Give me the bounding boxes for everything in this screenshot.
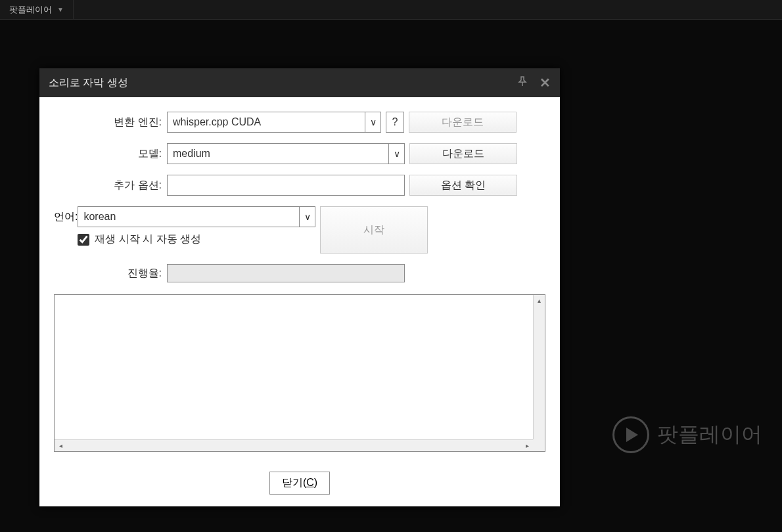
progress-bar <box>167 264 405 282</box>
progress-label: 진행율: <box>54 267 167 280</box>
model-label: 모델: <box>54 147 167 161</box>
dialog-body: 변환 엔진: whisper.cpp CUDA ∨ ? 다운로드 모델: med… <box>39 97 560 462</box>
subtitle-generate-dialog: 소리로 자막 생성 ✕ 변환 엔진: whisper.cpp CUDA ∨ ? … <box>39 68 560 506</box>
engine-value: whisper.cpp CUDA <box>168 112 365 132</box>
model-dropdown-icon[interactable]: ∨ <box>388 144 404 164</box>
watermark-text: 팟플레이어 <box>657 420 762 449</box>
model-value: medium <box>168 144 388 164</box>
play-icon <box>612 416 649 453</box>
language-label: 언어: <box>54 206 78 224</box>
options-row: 추가 옵션: 옵션 확인 <box>54 175 545 196</box>
options-label: 추가 옵션: <box>54 179 167 192</box>
app-watermark: 팟플레이어 <box>612 416 762 453</box>
engine-row: 변환 엔진: whisper.cpp CUDA ∨ ? 다운로드 <box>54 112 545 133</box>
help-button[interactable]: ? <box>386 112 404 133</box>
close-button[interactable]: 닫기(C) <box>269 472 330 495</box>
dialog-footer: 닫기(C) <box>39 462 560 506</box>
options-input[interactable] <box>167 175 405 196</box>
scroll-left-icon[interactable]: ◂ <box>55 440 66 451</box>
horizontal-scrollbar[interactable]: ◂ ▸ <box>55 439 533 451</box>
app-title-menu[interactable]: 팟플레이어 ▼ <box>0 0 74 19</box>
scroll-right-icon[interactable]: ▸ <box>521 440 533 451</box>
engine-dropdown-icon[interactable]: ∨ <box>365 112 380 132</box>
start-button[interactable]: 시작 <box>320 206 428 254</box>
app-topbar: 팟플레이어 ▼ <box>0 0 782 20</box>
engine-combo[interactable]: whisper.cpp CUDA ∨ <box>167 112 381 133</box>
app-title-text: 팟플레이어 <box>9 4 52 16</box>
language-start-row: 언어: korean ∨ 재생 시작 시 자동 생성 시작 <box>54 206 545 254</box>
scroll-corner <box>533 439 545 451</box>
vertical-scrollbar[interactable]: ▴ <box>533 295 545 439</box>
model-row: 모델: medium ∨ 다운로드 <box>54 143 545 164</box>
auto-generate-label: 재생 시작 시 자동 생성 <box>95 233 201 246</box>
language-value: korean <box>78 207 299 227</box>
scroll-up-icon[interactable]: ▴ <box>534 295 545 307</box>
pin-icon[interactable] <box>517 76 528 90</box>
close-button-key: C <box>306 477 314 488</box>
close-button-suffix: ) <box>314 477 317 488</box>
auto-generate-checkbox[interactable] <box>78 234 89 246</box>
model-download-button[interactable]: 다운로드 <box>409 143 517 164</box>
language-combo[interactable]: korean ∨ <box>78 206 315 227</box>
progress-row: 진행율: <box>54 264 545 282</box>
chevron-down-icon: ▼ <box>57 6 64 13</box>
play-triangle-icon <box>626 428 638 442</box>
engine-download-button[interactable]: 다운로드 <box>409 112 517 133</box>
model-combo[interactable]: medium ∨ <box>167 143 405 164</box>
close-icon[interactable]: ✕ <box>540 75 551 91</box>
check-options-button[interactable]: 옵션 확인 <box>409 175 517 196</box>
auto-generate-row: 재생 시작 시 자동 생성 <box>78 233 315 246</box>
language-dropdown-icon[interactable]: ∨ <box>299 207 315 227</box>
dialog-titlebar[interactable]: 소리로 자막 생성 ✕ <box>39 68 560 97</box>
close-button-prefix: 닫기( <box>282 477 306 488</box>
output-textarea[interactable]: ▴ ◂ ▸ <box>54 294 545 452</box>
dialog-title: 소리로 자막 생성 <box>49 76 128 90</box>
engine-label: 변환 엔진: <box>54 116 167 129</box>
